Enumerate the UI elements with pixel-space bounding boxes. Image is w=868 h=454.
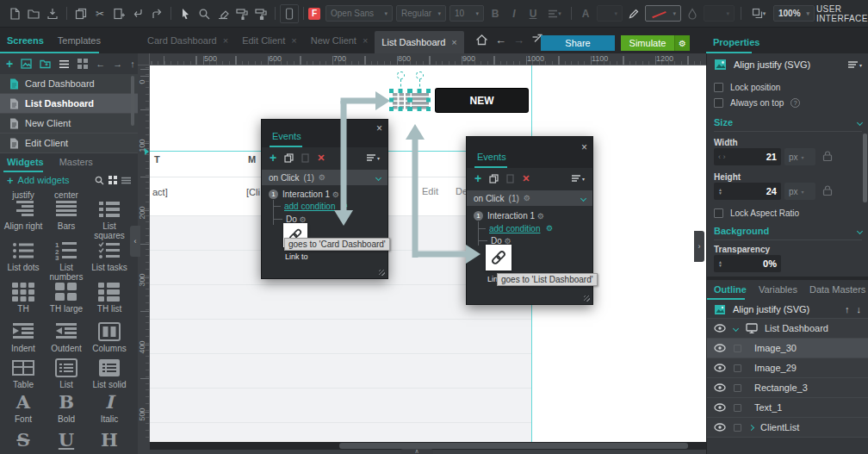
screen-item-list-dashboard[interactable]: List Dashboard [0,94,138,114]
widget-bars[interactable]: Bars [45,200,88,240]
link-action-thumbnail[interactable] [486,245,512,271]
resize-handle-icon[interactable] [584,295,590,302]
chevron-right-icon[interactable] [748,424,754,430]
fill-droplet-icon[interactable] [683,4,702,23]
arrange-layers-select[interactable]: ▾ [746,4,772,23]
canvas-tab-new-client[interactable]: New Client× [304,28,375,53]
add-image-screen-icon[interactable] [21,59,32,69]
paste-button[interactable] [109,4,128,23]
home-icon[interactable] [475,34,488,46]
chevron-down-icon[interactable] [857,227,863,233]
simulate-button[interactable]: Simulate [621,35,674,51]
collapse-left-panel-icon[interactable]: ‹ [130,226,140,257]
dialog-titlebar[interactable]: × Events [262,120,388,147]
chevron-down-icon[interactable] [580,195,586,201]
chevron-down-icon[interactable] [857,119,863,125]
redo-button[interactable] [147,4,166,23]
widget-list-numbers[interactable]: 123List numbers [45,241,88,282]
open-folder-button[interactable] [24,4,43,23]
selected-widget-align-justify[interactable] [392,91,411,110]
background-section-header[interactable]: Background [714,226,862,236]
nav-up-icon[interactable]: ↑ [130,59,135,69]
events-tab[interactable]: Events [477,152,506,162]
selected-widget-bars[interactable] [411,91,430,110]
widget-strikethrough[interactable]: S [2,431,45,450]
back-icon[interactable]: ← [495,34,506,46]
border-style-select[interactable]: ▾ [645,5,681,22]
add-widgets-plus-icon[interactable]: + [7,176,14,185]
nav-right-icon[interactable]: → [113,59,122,69]
panel-menu-icon[interactable]: ▾ [848,61,862,68]
zoom-tool-button[interactable] [195,4,214,23]
duplicate-button[interactable] [71,4,90,23]
new-button-widget[interactable]: NEW [436,89,528,112]
canvas-tab-edit-client[interactable]: Edit Client× [235,28,304,53]
tab-variables[interactable]: Variables [759,284,797,295]
text-color-button[interactable]: A [576,4,595,23]
nav-left-icon[interactable]: ← [96,59,105,69]
eraser-tool-button[interactable] [214,4,232,23]
simulate-settings-gear-icon[interactable]: ⚙ [674,35,690,51]
visibility-eye-icon[interactable] [714,423,726,432]
interaction-label[interactable]: Interaction 1 ⚙ [282,190,339,199]
close-tab-icon[interactable]: × [363,35,368,46]
chevron-down-icon[interactable] [375,174,381,180]
bold-button[interactable]: B [486,4,505,23]
outline-row-text-1[interactable]: Text_1 [707,398,868,418]
event-menu-icon[interactable]: ▾ [572,175,585,182]
width-lock-icon[interactable] [822,150,833,162]
close-tab-icon[interactable]: × [223,35,228,46]
underline-button[interactable]: U [524,4,542,23]
dialog-titlebar[interactable]: × Events [467,137,592,168]
transparency-input[interactable]: ▲▼ 0% [714,255,781,272]
border-pencil-icon[interactable] [624,4,643,23]
screen-item-new-client[interactable]: New Client [0,114,138,134]
width-stepper-icon[interactable]: ‹ › [718,152,726,161]
add-condition-link[interactable]: add condition [489,224,541,233]
delete-event-icon[interactable]: ✕ [317,152,325,164]
add-event-icon[interactable]: + [474,171,481,185]
font-style-select[interactable]: Regular▾ [396,5,446,22]
event-trigger-row[interactable]: on Click (1) ⚙ [467,190,592,206]
help-icon[interactable]: ? [790,98,800,108]
height-input[interactable]: ▲▼ 24 [714,183,781,200]
canvas-tab-card-dashboard[interactable]: Card Dashboard× [140,28,235,53]
event-trigger-row[interactable]: on Click (1) ⚙ [262,170,388,185]
close-icon[interactable]: × [581,141,587,153]
widget-outdent[interactable]: Outdent [45,322,88,353]
widget-indent[interactable]: Indent [2,322,45,353]
widget-italic[interactable]: IItalic [88,393,131,424]
panel-scrollbar[interactable] [863,134,867,202]
events-tab[interactable]: Events [272,131,301,141]
gear-icon[interactable]: ⚙ [524,194,530,202]
fill-color-select[interactable]: ▾ [704,5,735,22]
outline-row-list-dashboard[interactable]: List Dashboard [707,319,868,339]
row-checkbox[interactable] [734,424,741,432]
widgets-grid-view-icon[interactable] [108,176,117,184]
tab-data-masters[interactable]: Data Masters [809,284,865,295]
row-checkbox[interactable] [734,384,741,392]
visibility-eye-icon[interactable] [714,324,726,333]
format-painter-button[interactable] [232,4,251,23]
duplicate-event-icon[interactable] [284,153,294,163]
widget-font[interactable]: AFont [2,393,45,424]
gear-icon[interactable]: ⚙ [546,224,553,233]
italic-button[interactable]: I [505,4,524,23]
resize-handle-icon[interactable] [379,270,385,276]
visibility-eye-icon[interactable] [714,383,726,392]
bottom-panel-expander[interactable]: ∧ [400,449,433,454]
paste-event-icon[interactable] [301,153,309,163]
outline-row-image-30[interactable]: Image_30 [707,339,868,358]
always-on-top-checkbox[interactable] [714,98,723,108]
close-tab-icon[interactable]: × [291,35,296,46]
font-size-select[interactable]: 10▾ [450,5,484,22]
text-align-select[interactable]: ▾ [542,4,567,23]
font-family-select[interactable]: Open Sans▾ [326,5,393,22]
gear-icon[interactable]: ⚙ [319,173,326,182]
templates-tab[interactable]: Templates [58,35,101,46]
widget-align-right[interactable]: Align right [2,200,45,240]
events-dialog-card[interactable]: × Events + ✕ ▾ on Click (1) ⚙ 1 [261,119,388,279]
delete-event-icon[interactable]: ✕ [522,173,530,184]
add-widgets-label[interactable]: Add widgets [18,175,70,185]
zoom-level-select[interactable]: 100%▾ [773,5,815,22]
